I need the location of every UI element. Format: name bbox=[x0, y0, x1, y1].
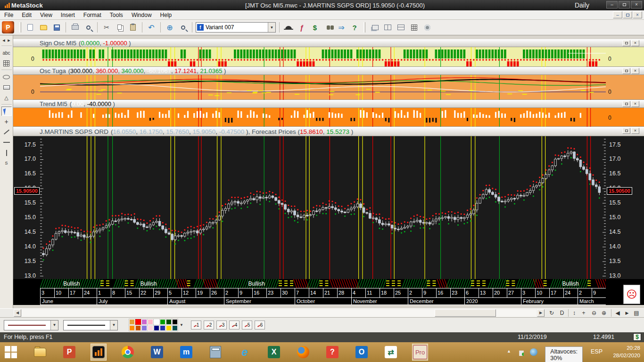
print-preview-button[interactable] bbox=[83, 22, 94, 33]
line-style-combo[interactable]: ▼ bbox=[4, 320, 58, 330]
menu-help[interactable]: Help bbox=[156, 11, 176, 19]
triangle-tool-button[interactable]: △ bbox=[1, 93, 12, 102]
color-swatch[interactable] bbox=[129, 319, 135, 325]
line-weight-combo[interactable]: ▼ bbox=[63, 320, 118, 330]
menu-edit[interactable]: Edit bbox=[17, 11, 36, 19]
zoom-out-button[interactable]: ⊖ bbox=[589, 309, 599, 317]
chart-template-button-4[interactable]: 4 bbox=[229, 321, 239, 329]
taskbar-outlook[interactable]: O bbox=[354, 344, 370, 361]
vertical-scale-button[interactable]: ↕ bbox=[570, 309, 579, 317]
taskbar-file-explorer[interactable] bbox=[32, 344, 48, 361]
tile-quad-button[interactable] bbox=[408, 22, 420, 33]
grid-tool-button[interactable] bbox=[1, 58, 12, 68]
taskbar-firefox[interactable] bbox=[295, 344, 311, 361]
chevron-down-icon[interactable]: ▼ bbox=[50, 321, 58, 330]
chart-template-button-3[interactable]: 3 bbox=[216, 321, 227, 329]
taskbar-project[interactable]: ⇄ bbox=[383, 344, 399, 361]
close-button[interactable]: × bbox=[631, 1, 642, 8]
panel-close-button[interactable]: × bbox=[631, 68, 639, 74]
undo-button[interactable]: ↶ bbox=[146, 22, 157, 33]
chart-template-button-1[interactable]: 1 bbox=[191, 321, 201, 329]
usb-device-icon[interactable] bbox=[518, 348, 525, 356]
layout-list-button[interactable]: ▤ bbox=[632, 309, 641, 317]
downloader-button[interactable]: ⇒ bbox=[336, 22, 347, 33]
color-swatch[interactable] bbox=[148, 319, 153, 325]
menu-view[interactable]: View bbox=[36, 11, 57, 19]
scrollbar-thumb[interactable] bbox=[435, 309, 496, 317]
taskbar-maxthon[interactable]: m bbox=[178, 344, 194, 361]
crosshair-tool-button[interactable]: ⊕ bbox=[164, 22, 175, 33]
child-minimize-button[interactable]: – bbox=[613, 11, 622, 18]
securities-button[interactable]: $ bbox=[309, 22, 321, 33]
child-restore-button[interactable] bbox=[623, 11, 632, 18]
pan-button[interactable]: + bbox=[579, 309, 588, 317]
powerpoint-pinned-icon[interactable]: P bbox=[2, 21, 14, 33]
chevron-down-icon[interactable]: ▼ bbox=[110, 321, 117, 330]
explorer-button[interactable] bbox=[322, 22, 334, 33]
pointer-tool-button[interactable] bbox=[1, 107, 12, 116]
color-swatch[interactable] bbox=[135, 325, 141, 331]
panel-header-osc-tuga[interactable]: Osc Tuga (300.000, 360.000, 340.000, -60… bbox=[13, 67, 644, 75]
taskbar-start-button[interactable] bbox=[3, 344, 19, 361]
crosshair-tool-button[interactable]: + bbox=[1, 117, 12, 126]
copy-button[interactable] bbox=[114, 22, 125, 33]
periodicity-button[interactable]: D bbox=[557, 309, 567, 317]
context-help-button[interactable]: ? bbox=[349, 22, 360, 33]
sign-osc-plot[interactable]: 0 0 bbox=[13, 47, 644, 67]
color-swatch[interactable] bbox=[148, 325, 153, 331]
price-plot[interactable]: 17.517.016.516.015.515.014.514.013.513.0… bbox=[13, 136, 644, 279]
color-swatch[interactable] bbox=[166, 319, 172, 325]
taskbar-calculator[interactable] bbox=[207, 344, 223, 361]
zoom-in-button[interactable]: ⊕ bbox=[599, 309, 609, 317]
panel-restore-button[interactable] bbox=[622, 128, 630, 134]
chart-template-button-5[interactable]: 5 bbox=[242, 321, 252, 329]
new-chart-button[interactable] bbox=[25, 22, 36, 33]
toolbar-grip[interactable] bbox=[363, 22, 365, 33]
cut-button[interactable]: ✂ bbox=[101, 22, 112, 33]
color-swatch[interactable] bbox=[141, 325, 147, 331]
panel-header-price[interactable]: J.MARTINS SGPS ORD (16.0550, 16.1750, 15… bbox=[13, 127, 644, 136]
panel-restore-button[interactable] bbox=[622, 40, 630, 46]
zoom-tool-button[interactable] bbox=[177, 22, 189, 33]
menu-insert[interactable]: Insert bbox=[57, 11, 79, 19]
refresh-button[interactable]: ↻ bbox=[547, 309, 556, 317]
print-button[interactable] bbox=[69, 22, 81, 33]
chart-template-button-2[interactable]: 2 bbox=[204, 321, 214, 329]
chevron-down-icon[interactable]: ▼ bbox=[268, 23, 275, 32]
ellipse-tool-button[interactable] bbox=[1, 72, 12, 82]
save-button[interactable] bbox=[51, 22, 62, 33]
options-button[interactable] bbox=[421, 22, 433, 33]
open-button[interactable] bbox=[38, 22, 49, 33]
vertical-line-tool-button[interactable] bbox=[1, 148, 12, 157]
tile-horizontal-button[interactable] bbox=[395, 22, 406, 33]
study-tool-button[interactable]: S bbox=[1, 158, 12, 168]
taskbar-metastock[interactable] bbox=[91, 344, 107, 361]
scroll-left-button[interactable]: ◀ bbox=[1, 37, 6, 44]
panel-header-trend[interactable]: Trend MI5 (0.00, -40.0000 ) × bbox=[13, 100, 644, 108]
color-swatch[interactable] bbox=[160, 319, 165, 325]
taskbar-internet-explorer[interactable]: e bbox=[237, 344, 253, 361]
language-indicator[interactable]: ESP bbox=[591, 348, 603, 355]
color-swatch[interactable] bbox=[141, 319, 147, 325]
menu-format[interactable]: Format bbox=[79, 11, 106, 19]
panel-close-button[interactable]: × bbox=[631, 128, 639, 134]
panel-header-sign-osc[interactable]: Sign Osc MI5 (0.0000, -1.00000 ) × bbox=[13, 39, 644, 47]
menu-file[interactable]: File bbox=[0, 11, 17, 19]
rectangle-tool-button[interactable] bbox=[1, 82, 12, 92]
scroll-left-button[interactable]: ◀ bbox=[14, 309, 21, 317]
color-swatch[interactable] bbox=[154, 319, 159, 325]
horizontal-line-tool-button[interactable] bbox=[1, 138, 12, 147]
color-swatch[interactable] bbox=[129, 325, 135, 331]
menu-tools[interactable]: Tools bbox=[106, 11, 127, 19]
prev-chart-button[interactable]: ◀ bbox=[613, 309, 622, 317]
taskbar-powerpoint[interactable]: P bbox=[61, 344, 77, 361]
panel-close-button[interactable]: × bbox=[631, 101, 639, 107]
layout-combo[interactable]: f Variant 007 ▼ bbox=[196, 22, 276, 33]
scroll-right-button[interactable]: ▶ bbox=[537, 309, 545, 317]
color-swatch[interactable] bbox=[172, 325, 178, 331]
color-swatch[interactable] bbox=[160, 325, 165, 331]
child-close-button[interactable]: × bbox=[633, 11, 642, 18]
panel-restore-button[interactable] bbox=[622, 101, 630, 107]
taskbar-chrome[interactable] bbox=[120, 344, 136, 361]
color-swatch[interactable] bbox=[166, 325, 172, 331]
